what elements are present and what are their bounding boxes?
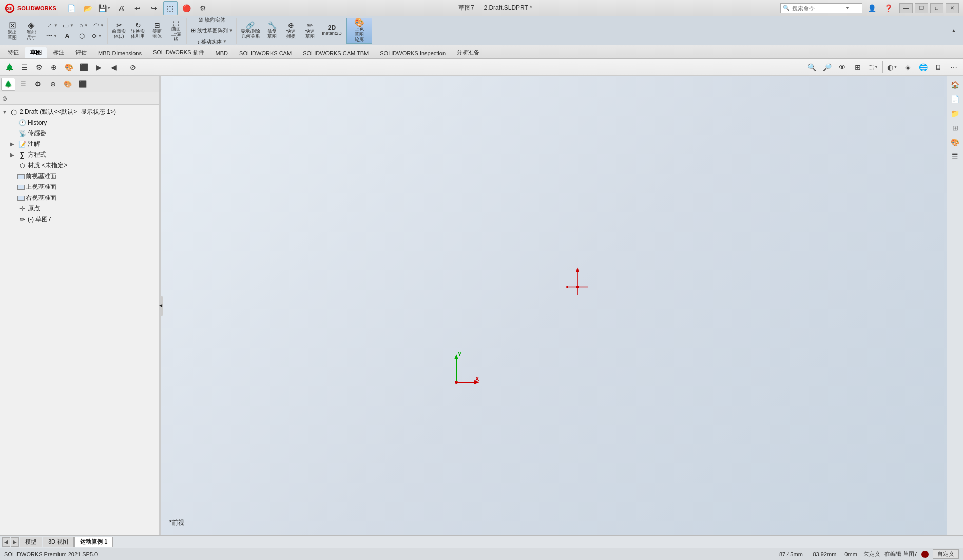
hide-dropdown[interactable]: ▼: [894, 65, 898, 69]
btab-motion[interactable]: 运动算例 1: [74, 537, 113, 547]
tree-top-plane[interactable]: 上视基准面: [0, 182, 159, 192]
rebuild-btn[interactable]: 🔴: [180, 1, 194, 15]
text-btn[interactable]: A: [60, 31, 74, 41]
zoom-window-btn[interactable]: 🔍: [804, 60, 819, 74]
tab-sketch[interactable]: 草图: [25, 47, 47, 58]
tab-nav-prev[interactable]: ◀: [2, 537, 10, 547]
view-cam-dropdown[interactable]: ▼: [874, 65, 878, 69]
rs-table2-btn[interactable]: ☰: [949, 150, 962, 163]
ftab-tree[interactable]: 🌲: [1, 78, 15, 91]
view-more-btn[interactable]: ⋯: [947, 60, 961, 74]
tab-annotation[interactable]: 标注: [47, 47, 70, 58]
customize-btn[interactable]: 自定义: [933, 549, 959, 559]
line-btn[interactable]: ⟋ ▼: [44, 20, 60, 30]
move-dropdown[interactable]: ▼: [223, 39, 227, 44]
array-dropdown[interactable]: ▼: [229, 28, 233, 33]
cam-mgr-btn[interactable]: ⬛: [76, 60, 91, 74]
tab-mbd-dimensions[interactable]: MBD Dimensions: [92, 48, 147, 58]
hide-show-btn[interactable]: ◐ ▼: [885, 60, 899, 74]
repair-sketch-btn[interactable]: 🔧 修复草图: [263, 19, 281, 43]
display-style-btn[interactable]: ◈: [900, 60, 915, 74]
tab-sw-inspection[interactable]: SOLIDWORKS Inspection: [374, 48, 451, 58]
exit-sketch-btn[interactable]: ⊠ 退出草图: [3, 19, 22, 43]
show-delete-btn[interactable]: 🔗 显示/删除几何关系: [239, 19, 263, 43]
tab-sw-cam[interactable]: SOLIDWORKS CAM: [234, 48, 297, 58]
feature-mgr-btn[interactable]: 🌲: [2, 60, 16, 74]
mirror-btn[interactable]: ⊠ 镜向实体: [189, 15, 235, 25]
rs-table1-btn[interactable]: ⊞: [949, 121, 962, 134]
tab-sw-plugins[interactable]: SOLIDWORKS 插件: [147, 47, 210, 58]
config-mgr-btn[interactable]: ⚙: [32, 60, 46, 74]
collapse-btn[interactable]: ◀: [106, 60, 121, 74]
tree-origin[interactable]: ✛ 原点: [0, 203, 159, 214]
zoom-fit-btn[interactable]: 🔎: [820, 60, 834, 74]
slot-dropdown[interactable]: ▼: [98, 34, 102, 38]
tab-features[interactable]: 特征: [2, 47, 25, 58]
help-btn[interactable]: ❓: [881, 1, 895, 15]
slot-btn[interactable]: ⊙ ▼: [90, 31, 104, 41]
spline-btn[interactable]: 〜 ▼: [44, 31, 60, 41]
account-btn[interactable]: 👤: [864, 1, 879, 15]
spline-dropdown[interactable]: ▼: [53, 34, 57, 38]
ftab-config[interactable]: ⚙: [31, 78, 45, 91]
options-btn[interactable]: ⚙: [196, 1, 210, 15]
tree-root[interactable]: ▼ ⬡ 2.Draft (默认<<默认>_显示状态 1>): [0, 107, 159, 118]
line-dropdown[interactable]: ▼: [54, 23, 58, 28]
tree-equation[interactable]: ▶ ∑ 方程式: [0, 149, 159, 160]
rect-dropdown[interactable]: ▼: [70, 23, 74, 28]
sketch-color-btn[interactable]: 🎨 上色草图轮廓: [348, 19, 371, 43]
scene-btn[interactable]: 🌐: [916, 60, 930, 74]
section-view-btn[interactable]: ⊞: [851, 60, 865, 74]
circle-dropdown[interactable]: ▼: [84, 23, 88, 28]
panel-collapse-handle[interactable]: ◀: [159, 296, 163, 316]
ftab-dim[interactable]: ⊕: [46, 78, 60, 91]
redo-btn[interactable]: ↪: [147, 1, 161, 15]
btab-3dview[interactable]: 3D 视图: [43, 537, 74, 547]
instant2d-btn[interactable]: 2D Instant2D: [320, 19, 344, 43]
minimize-btn[interactable]: —: [899, 3, 913, 13]
rs-home-btn[interactable]: 🏠: [949, 78, 962, 91]
offset-btn[interactable]: ⊟ 等距实体: [148, 19, 166, 43]
display-mgr2-btn[interactable]: 🖥: [931, 60, 946, 74]
equation-expand[interactable]: ▶: [10, 152, 16, 158]
arc-btn[interactable]: ◠ ▼: [91, 20, 106, 30]
tree-front-plane[interactable]: 前视基准面: [0, 171, 159, 182]
smart-dim-btn[interactable]: ◈ 智能尺寸: [22, 19, 41, 43]
prev-view-btn[interactable]: 👁: [835, 60, 850, 74]
polygon-btn[interactable]: ⬡: [75, 31, 89, 41]
rs-sheet-btn[interactable]: 📄: [949, 92, 962, 106]
save-btn[interactable]: 💾▼: [98, 1, 112, 15]
dim-expert-btn[interactable]: ⊕: [47, 60, 61, 74]
rs-palette-btn[interactable]: 🎨: [949, 136, 962, 149]
ftab-display[interactable]: 🎨: [61, 78, 75, 91]
ftab-property[interactable]: ☰: [16, 78, 30, 91]
tab-sw-cam-tbm[interactable]: SOLIDWORKS CAM TBM: [297, 48, 374, 58]
new-btn[interactable]: 📄: [65, 1, 79, 15]
search-dropdown[interactable]: ▼: [845, 6, 850, 10]
select-btn[interactable]: ⬚: [163, 1, 178, 15]
circle-btn[interactable]: ○ ▼: [76, 20, 91, 30]
tab-evaluate[interactable]: 评估: [70, 47, 92, 58]
open-btn[interactable]: 📂: [81, 1, 95, 15]
maximize-btn[interactable]: □: [930, 3, 943, 13]
tab-nav-next[interactable]: ▶: [11, 537, 19, 547]
quick-capture-btn[interactable]: ⊕ 快速捕捉: [282, 19, 300, 43]
convert-ref-btn[interactable]: ↻ 转换实体引用: [129, 19, 147, 43]
arc-dropdown[interactable]: ▼: [100, 23, 104, 28]
rect-btn[interactable]: ▭ ▼: [61, 20, 76, 30]
tree-right-plane[interactable]: 右视基准面: [0, 192, 159, 203]
display-mgr-btn[interactable]: 🎨: [62, 60, 76, 74]
ribbon-collapse-btn[interactable]: ▲: [947, 24, 961, 38]
tab-mbd[interactable]: MBD: [210, 48, 234, 58]
search-bar[interactable]: 🔍 ▼: [780, 3, 862, 13]
restore-btn[interactable]: ❐: [915, 3, 928, 13]
quick-sketch-btn[interactable]: ✏ 快速草图: [301, 19, 319, 43]
property-mgr-btn[interactable]: ☰: [17, 60, 31, 74]
tree-material[interactable]: ⬡ 材质 <未指定>: [0, 160, 159, 171]
tree-sensors[interactable]: 📡 传感器: [0, 128, 159, 139]
tree-annotation[interactable]: ▶ 📝 注解: [0, 139, 159, 149]
cut-extrude-btn[interactable]: ✂ 前裁实体(J): [110, 19, 128, 43]
move-entity-btn[interactable]: ↕ 移动实体 ▼: [189, 36, 235, 47]
print-btn[interactable]: 🖨: [114, 1, 128, 15]
sketch-array-btn[interactable]: ⊞ 线性草图阵列 ▼: [189, 26, 235, 36]
